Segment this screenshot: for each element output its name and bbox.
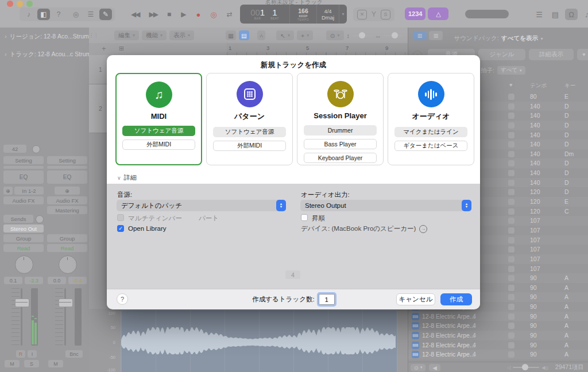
favorite-checkbox[interactable] [508, 113, 514, 119]
editors-icon[interactable]: ✎ [99, 9, 112, 20]
tempo-column-header[interactable]: テンポ [530, 82, 547, 90]
favorite-checkbox[interactable] [508, 151, 514, 157]
loop-row[interactable]: 12-8 Electric Arpe...490A [408, 321, 588, 331]
option-mic-or-line[interactable]: マイクまたはライン [394, 127, 467, 137]
record-button[interactable]: ● [196, 10, 200, 19]
record-enable-button[interactable]: R [16, 350, 25, 358]
smart-controls-icon[interactable]: ◎ [69, 9, 82, 20]
audio-fx-slot[interactable]: Audio FX [47, 196, 87, 204]
multitimbral-checkbox[interactable] [117, 214, 124, 221]
inspector-toggle-icon[interactable]: ◧ [37, 9, 50, 20]
quick-help-icon[interactable]: ? [52, 9, 65, 20]
format-button[interactable]: ⊕ [3, 187, 13, 195]
details-disclosure[interactable]: ∨詳細 [117, 173, 137, 182]
favorite-checkbox[interactable] [508, 275, 514, 281]
favorite-checkbox[interactable] [508, 342, 514, 348]
favorite-checkbox[interactable] [508, 294, 514, 300]
mute-button[interactable]: M [48, 360, 63, 367]
send-knob-icon[interactable] [36, 215, 44, 223]
soundpack-selector[interactable]: サウンドパック: すべてを表示 ▾ [408, 32, 588, 42]
loop-browser-icon[interactable]: Ω [565, 9, 578, 20]
automation-mode-slot[interactable]: Read [47, 244, 87, 252]
ascending-checkbox[interactable] [301, 214, 308, 221]
replace-mode-icon[interactable]: ✕ [357, 10, 367, 20]
favorite-checkbox[interactable] [508, 180, 514, 186]
mute-button[interactable]: M [5, 360, 20, 367]
media-browser-icon[interactable]: ♪ [22, 9, 35, 20]
timesig-filter-select[interactable]: すべて▾ [497, 66, 525, 75]
solo-button[interactable]: S [24, 360, 39, 367]
eq-slot[interactable]: EQ [3, 170, 44, 184]
automation-mode-slot[interactable]: Read [3, 244, 44, 252]
favorite-checkbox[interactable] [508, 246, 514, 253]
pan-knob[interactable] [59, 255, 77, 274]
favorite-checkbox[interactable] [508, 313, 514, 320]
pan-knob[interactable] [15, 255, 33, 274]
output-slot[interactable]: Stereo Out [3, 224, 44, 232]
track-count-input[interactable]: 1 [319, 294, 335, 305]
list-view-icon[interactable]: ▤ [239, 30, 249, 40]
favorite-checkbox[interactable] [508, 208, 514, 215]
track-inspector-header[interactable]: ›トラック: 12-8 Acou...c Strum 01 [5, 51, 99, 59]
favorite-column-header[interactable]: ♥ [509, 82, 512, 88]
cancel-button[interactable]: キャンセル [396, 293, 435, 305]
favorite-checkbox[interactable] [508, 141, 514, 148]
filter-detail-button[interactable]: 詳細表示 [529, 49, 574, 60]
freeze-knob-icon[interactable] [32, 145, 40, 153]
track-type-card-pattern[interactable]: パターン ソフトウェア音源 外部MIDI [206, 73, 293, 165]
key-column-header[interactable]: キー [564, 82, 575, 90]
functions-menu[interactable]: 機能▾ [142, 30, 167, 40]
option-guitar-or-bass[interactable]: ギターまたはベース [394, 141, 467, 151]
rewind-button[interactable]: ◀◀ [131, 10, 139, 18]
favorite-checkbox[interactable] [508, 285, 514, 291]
favorite-checkbox[interactable] [508, 160, 514, 166]
favorite-checkbox[interactable] [508, 227, 514, 234]
list-editors-icon[interactable]: ☰ [533, 9, 546, 20]
play-button[interactable]: ▶ [181, 10, 186, 18]
group-slot[interactable]: Group [3, 234, 44, 242]
zoom-window-button[interactable] [26, 1, 33, 7]
minimize-window-button[interactable] [17, 1, 23, 7]
sends-slot[interactable]: Sends [3, 215, 33, 223]
option-software-instrument[interactable]: ソフトウェア音源 [122, 126, 195, 136]
play-mode-button[interactable]: ⊙▾ [411, 364, 425, 371]
option-external-midi[interactable]: 外部MIDI [122, 140, 195, 150]
favorite-checkbox[interactable] [508, 237, 514, 243]
create-button[interactable]: 作成 [440, 293, 472, 305]
favorite-checkbox[interactable] [508, 304, 514, 310]
favorite-checkbox[interactable] [508, 189, 514, 195]
mixer-icon[interactable]: ☰ [84, 9, 97, 20]
eq-slot[interactable]: EQ [47, 170, 87, 184]
capture-recording-button[interactable]: ◎ [210, 10, 216, 19]
favorite-checkbox[interactable] [508, 266, 514, 272]
preview-volume-slider[interactable] [513, 367, 539, 368]
favorite-checkbox[interactable] [508, 332, 514, 339]
setting-slot[interactable]: Setting [3, 156, 44, 164]
bar-ruler[interactable]: 1 3 5 7 9 [227, 43, 408, 56]
format-button[interactable]: ⊕ [55, 187, 80, 195]
option-software-instrument[interactable]: ソフトウェア音源 [213, 127, 286, 137]
option-drummer[interactable]: Drummer [304, 125, 377, 135]
region-inspector-header[interactable]: ›リージョン: 12-8 Aco...Strum 01 [5, 33, 97, 41]
edit-menu[interactable]: 編集▾ [114, 30, 139, 40]
track-type-card-session-player[interactable]: Session Player Drummer Bass Player Keybo… [297, 73, 384, 165]
favorite-checkbox[interactable] [508, 199, 514, 205]
input-slot[interactable]: In 1-2 [14, 187, 44, 195]
view-menu[interactable]: 表示▾ [169, 30, 194, 40]
option-external-midi[interactable]: 外部MIDI [213, 141, 286, 151]
metronome-button[interactable]: △ [428, 7, 448, 20]
duplicate-track-button[interactable]: ⊞ [119, 45, 124, 52]
device-link-icon[interactable]: → [419, 225, 427, 233]
favorite-checkbox[interactable] [508, 122, 514, 129]
setting-slot[interactable]: Setting [47, 156, 87, 164]
forward-button[interactable]: ▶▶ [149, 10, 157, 18]
vertical-zoom-slider[interactable]: ↕ [347, 32, 372, 39]
favorite-checkbox[interactable] [508, 351, 514, 358]
filter-genre-button[interactable]: ジャンル [478, 49, 525, 60]
favorite-checkbox[interactable] [508, 218, 514, 224]
input-monitor-button[interactable]: I [28, 350, 37, 358]
loop-row[interactable]: 12-8 Electric Arpe...490A [408, 340, 588, 350]
loop-row[interactable]: 12-8 Electric Arpe...490A [408, 331, 588, 340]
source-select[interactable]: デフォルトのパッチ ▲▼ [117, 200, 286, 211]
favorite-checkbox[interactable] [508, 132, 514, 138]
